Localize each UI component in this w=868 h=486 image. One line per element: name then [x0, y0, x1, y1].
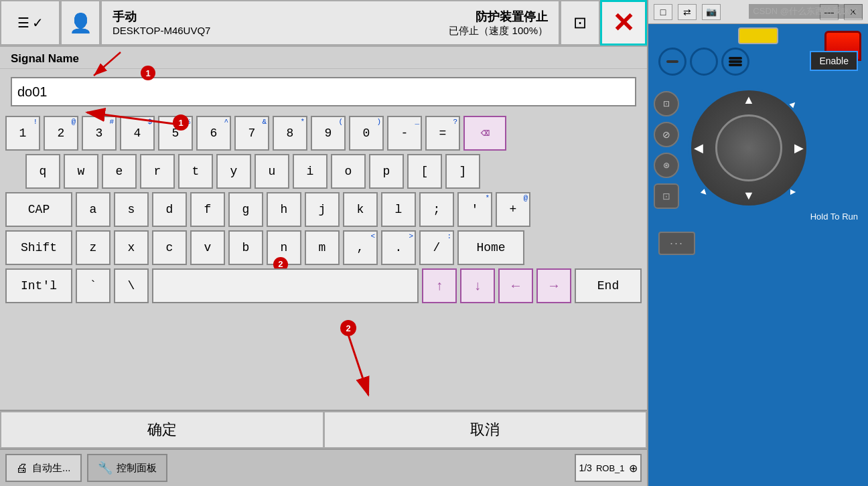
key-5[interactable]: 5% — [158, 116, 193, 151]
key-semicolon[interactable]: ; — [419, 192, 454, 227]
key-t[interactable]: t — [178, 154, 213, 189]
ctrl-blue-btn-2[interactable] — [690, 48, 718, 76]
joystick-container[interactable]: ▲ ▼ ◀ ▶ ▲ ▲ ▼ — [685, 84, 812, 212]
top-buttons-row — [658, 48, 749, 76]
key-q[interactable]: q — [25, 154, 60, 189]
ctrl-swap-btn[interactable]: ⇄ — [678, 4, 697, 20]
key-z[interactable]: z — [76, 230, 111, 265]
key-right[interactable]: → — [536, 268, 571, 303]
key-a[interactable]: a — [76, 192, 111, 227]
key-4[interactable]: 4$ — [120, 116, 155, 151]
robot-indicator: 1/3 ROB_1 ⊕ — [575, 454, 642, 482]
key-x[interactable]: x — [114, 230, 149, 265]
left-panel: ☰ ✓ 👤 手动 防护装置停止 DESKTOP-M46UVQ7 已停止（速度 1… — [0, 0, 648, 486]
left-btn-2[interactable]: ⊘ — [654, 122, 679, 147]
key-minus[interactable]: -_ — [387, 116, 422, 151]
ctrl-camera-btn[interactable]: 📷 — [702, 4, 721, 20]
close-icon: ✕ — [612, 7, 635, 38]
left-btn-1[interactable]: ⊡ — [654, 91, 679, 116]
left-btn-3[interactable]: ⊛ — [654, 153, 679, 178]
shift-key[interactable]: Shift — [5, 230, 72, 265]
key-backslash[interactable]: \ — [114, 268, 149, 303]
key-lbracket[interactable]: [ — [407, 154, 442, 189]
key-plus[interactable]: +@ — [496, 192, 530, 227]
key-g[interactable]: g — [228, 192, 263, 227]
key-quote[interactable]: '* — [457, 192, 492, 227]
key-8[interactable]: 8* — [273, 116, 307, 151]
close-button[interactable]: ✕ — [600, 0, 647, 46]
control-panel-button[interactable]: 🔧 控制面板 — [87, 454, 167, 482]
ctrl-blue-btn-3[interactable] — [721, 48, 749, 76]
key-0[interactable]: 0) — [349, 116, 384, 151]
key-6[interactable]: 6^ — [196, 116, 231, 151]
enable-label: Enable — [819, 56, 849, 66]
control-label: 控制面板 — [117, 462, 157, 475]
key-c[interactable]: c — [152, 230, 187, 265]
key-7[interactable]: 7& — [234, 116, 269, 151]
key-i[interactable]: i — [293, 154, 328, 189]
key-k[interactable]: k — [343, 192, 378, 227]
confirm-label: 确定 — [147, 420, 177, 440]
key-comma[interactable]: ,< — [343, 230, 378, 265]
enable-button[interactable]: Enable — [810, 51, 858, 71]
space-key[interactable] — [152, 268, 419, 303]
key-p[interactable]: p — [369, 154, 404, 189]
end-key[interactable]: End — [575, 268, 642, 303]
key-w[interactable]: w — [64, 154, 98, 189]
key-d[interactable]: d — [152, 192, 187, 227]
key-l[interactable]: l — [381, 192, 416, 227]
key-u[interactable]: u — [255, 154, 289, 189]
menu-icon: ☰ — [17, 15, 29, 31]
confirm-button[interactable]: 确定 — [0, 411, 323, 449]
header: ☰ ✓ 👤 手动 防护装置停止 DESKTOP-M46UVQ7 已停止（速度 1… — [0, 0, 647, 47]
key-m[interactable]: m — [305, 230, 340, 265]
left-btn-4[interactable]: ⊡ — [654, 183, 679, 209]
key-equals[interactable]: =? — [425, 116, 460, 151]
key-2[interactable]: 2@ — [44, 116, 78, 151]
ctrl-blue-btn-1[interactable] — [658, 48, 686, 76]
key-down[interactable]: ↓ — [460, 268, 495, 303]
key-r[interactable]: r — [140, 154, 175, 189]
key-j[interactable]: j — [305, 192, 340, 227]
key-3[interactable]: 3# — [82, 116, 117, 151]
home-key[interactable]: Home — [457, 230, 524, 265]
menu-button[interactable]: ☰ ✓ — [0, 0, 60, 46]
intl-key[interactable]: Int'l — [5, 268, 72, 303]
key-up[interactable]: ↑ — [422, 268, 457, 303]
key-b[interactable]: b — [228, 230, 263, 265]
robot-label: ROB_1 — [596, 463, 625, 473]
key-f[interactable]: f — [190, 192, 225, 227]
machine-label: DESKTOP-M46UVQ7 — [113, 25, 210, 37]
mode-label: 手动 — [113, 9, 137, 25]
key-s[interactable]: s — [114, 192, 149, 227]
backspace-key[interactable]: ⌫ — [463, 116, 506, 151]
csdn-watermark: CSDN @什么东西给我眯眯 — [749, 4, 863, 19]
info-button[interactable]: 👤 — [60, 0, 100, 46]
ctrl-window-btn[interactable]: □ — [654, 4, 672, 20]
taskbar: 🖨 自动生... 🔧 控制面板 1/3 ROB_1 ⊕ — [0, 449, 647, 486]
key-rbracket[interactable]: ] — [445, 154, 480, 189]
auto-button[interactable]: 🖨 自动生... — [5, 454, 82, 482]
key-o[interactable]: o — [331, 154, 366, 189]
check-icon: ✓ — [32, 15, 44, 31]
network-button: ⊡ — [560, 0, 600, 46]
key-9[interactable]: 9( — [311, 116, 346, 151]
key-y[interactable]: y — [216, 154, 251, 189]
key-1[interactable]: 1! — [5, 116, 40, 151]
key-left[interactable]: ← — [498, 268, 533, 303]
left-side-buttons: ⊡ ⊘ ⊛ ⊡ — [654, 91, 679, 209]
key-h[interactable]: h — [267, 192, 301, 227]
cancel-label: 取消 — [470, 420, 500, 440]
three-dots-button[interactable]: ··· — [658, 232, 695, 255]
signal-name-input[interactable] — [11, 77, 636, 106]
cancel-button[interactable]: 取消 — [323, 411, 648, 449]
key-e[interactable]: e — [102, 154, 137, 189]
auto-icon: 🖨 — [16, 461, 28, 475]
key-backtick[interactable]: ` — [76, 268, 111, 303]
cap-key[interactable]: CAP — [5, 192, 72, 227]
key-v[interactable]: v — [190, 230, 225, 265]
key-slash[interactable]: /: — [419, 230, 454, 265]
robot-fraction: 1/3 — [579, 463, 591, 473]
key-n[interactable]: n 2 — [267, 230, 301, 265]
key-period[interactable]: .> — [381, 230, 416, 265]
